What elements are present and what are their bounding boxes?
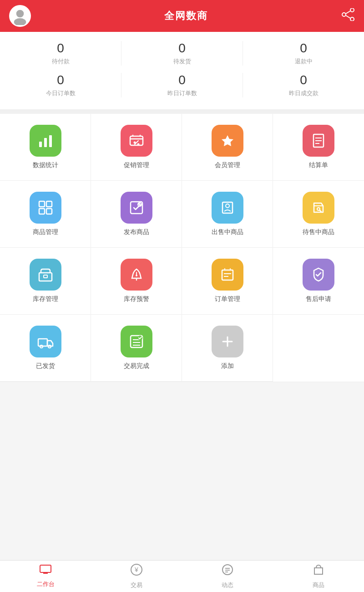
yesterday-sales-value: 0 — [243, 73, 364, 87]
yesterday-sales-label: 昨日成交款 — [243, 89, 364, 97]
avatar[interactable] — [9, 5, 31, 27]
svg-rect-19 — [39, 209, 45, 214]
svg-rect-30 — [44, 275, 47, 278]
nav-trade-label: 交易 — [131, 581, 142, 589]
menu-on-sale[interactable]: 出售中商品 — [182, 181, 273, 248]
menu-add[interactable]: 添加 — [182, 315, 273, 382]
monitor-icon — [39, 564, 52, 578]
menu-goods-manage[interactable]: 商品管理 — [0, 181, 91, 248]
menu-inventory-alert[interactable]: 库存预警 — [91, 248, 182, 315]
pending-payment-label: 待付款 — [0, 57, 121, 66]
svg-point-27 — [317, 208, 320, 210]
menu-publish-goods[interactable]: 发布商品 — [91, 181, 182, 248]
svg-line-6 — [346, 15, 350, 18]
app-title: 全网数商 — [164, 9, 208, 23]
menu-inventory[interactable]: 库存管理 — [0, 248, 91, 315]
svg-rect-29 — [39, 273, 52, 281]
menu-data-stats[interactable]: 数据统计 — [0, 114, 91, 181]
publish-goods-label: 发布商品 — [124, 228, 149, 236]
inventory-alert-icon-wrap — [121, 259, 152, 291]
today-orders-label: 今日订单数 — [0, 89, 121, 97]
svg-line-28 — [320, 210, 321, 212]
today-orders-value: 0 — [0, 73, 121, 87]
pending-ship-value: 0 — [121, 41, 243, 56]
shipped-icon-wrap — [30, 326, 61, 357]
data-stats-label: 数据统计 — [33, 161, 58, 169]
member-icon-wrap — [212, 125, 243, 157]
svg-rect-34 — [222, 270, 233, 280]
nav-activity[interactable]: 动态 — [182, 563, 273, 589]
publish-goods-icon-wrap — [121, 192, 152, 224]
stats-pending-ship[interactable]: 0 待发货 — [121, 41, 243, 66]
svg-rect-18 — [46, 201, 52, 207]
stats-yesterday-sales[interactable]: 0 昨日成交款 — [243, 73, 364, 97]
header: 全网数商 — [0, 0, 364, 32]
menu-section: 数据统计 促销管理 会员管理 结算单 商 — [0, 114, 364, 382]
nav-goods[interactable]: 商品 — [273, 563, 364, 589]
menu-shipped[interactable]: 已发货 — [0, 315, 91, 382]
settlement-icon-wrap — [303, 125, 334, 157]
pending-payment-value: 0 — [0, 41, 121, 56]
svg-point-52 — [222, 565, 233, 575]
section-divider — [0, 109, 364, 114]
chat-icon — [221, 563, 234, 579]
svg-point-12 — [137, 143, 139, 146]
menu-member[interactable]: 会员管理 — [182, 114, 273, 181]
svg-point-0 — [16, 10, 24, 18]
after-sale-icon-wrap — [303, 259, 334, 291]
stats-row-2: 0 今日订单数 0 昨日订单数 0 昨日成交款 — [0, 73, 364, 97]
svg-rect-17 — [39, 201, 45, 207]
stats-today-orders[interactable]: 0 今日订单数 — [0, 73, 121, 97]
svg-rect-8 — [44, 138, 47, 147]
svg-point-1 — [14, 18, 26, 25]
svg-rect-47 — [40, 565, 51, 572]
nav-trade[interactable]: ¥ 交易 — [91, 563, 182, 589]
nav-workbench[interactable]: 二作台 — [0, 564, 91, 588]
stats-refunding[interactable]: 0 退款中 — [243, 41, 364, 66]
nav-activity-label: 动态 — [222, 581, 233, 589]
svg-text:¥: ¥ — [134, 566, 138, 573]
menu-promotion[interactable]: 促销管理 — [91, 114, 182, 181]
inventory-icon-wrap — [30, 259, 61, 291]
svg-rect-9 — [49, 135, 52, 147]
menu-grid: 数据统计 促销管理 会员管理 结算单 商 — [0, 114, 364, 382]
yen-icon: ¥ — [130, 563, 143, 579]
settlement-label: 结算单 — [309, 161, 328, 169]
pending-ship-label: 待发货 — [121, 57, 243, 66]
completed-label: 交易完成 — [124, 362, 149, 370]
pending-sale-label: 待售中商品 — [303, 228, 334, 236]
shipped-label: 已发货 — [36, 362, 55, 370]
share-icon[interactable] — [341, 8, 355, 24]
svg-point-4 — [350, 17, 354, 21]
menu-completed[interactable]: 交易完成 — [91, 315, 182, 382]
inventory-alert-label: 库存预警 — [124, 295, 149, 303]
menu-orders[interactable]: 订单管理 — [182, 248, 273, 315]
svg-rect-20 — [46, 209, 52, 214]
stats-pending-payment[interactable]: 0 待付款 — [0, 41, 121, 66]
stats-section: 0 待付款 0 待发货 0 退款中 0 今日订单数 0 昨日订单数 0 昨日成交… — [0, 32, 364, 109]
stats-yesterday-orders[interactable]: 0 昨日订单数 — [121, 73, 243, 97]
svg-point-2 — [350, 8, 354, 12]
data-stats-icon-wrap — [30, 125, 61, 157]
menu-pending-sale[interactable]: 待售中商品 — [273, 181, 364, 248]
promotion-label: 促销管理 — [124, 161, 149, 169]
on-sale-icon-wrap — [212, 192, 243, 224]
refunding-value: 0 — [243, 41, 364, 56]
member-label: 会员管理 — [215, 161, 240, 169]
svg-rect-37 — [38, 339, 47, 346]
nav-goods-label: 商品 — [313, 581, 324, 589]
on-sale-label: 出售中商品 — [212, 228, 243, 236]
orders-label: 订单管理 — [215, 295, 240, 303]
completed-icon-wrap — [121, 326, 152, 357]
bottom-nav: 二作台 ¥ 交易 动态 商品 — [0, 560, 364, 592]
nav-workbench-label: 二作台 — [37, 580, 55, 588]
menu-after-sale[interactable]: 售后申请 — [273, 248, 364, 315]
yesterday-orders-label: 昨日订单数 — [121, 89, 243, 97]
svg-point-26 — [226, 204, 229, 208]
goods-manage-icon-wrap — [30, 192, 61, 224]
bag-icon — [312, 563, 325, 579]
inventory-label: 库存管理 — [33, 295, 58, 303]
orders-icon-wrap — [212, 259, 243, 291]
menu-settlement[interactable]: 结算单 — [273, 114, 364, 181]
yesterday-orders-value: 0 — [121, 73, 243, 87]
